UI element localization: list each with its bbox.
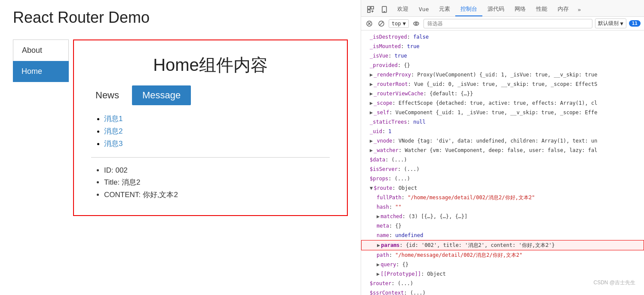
console-line: _isDestroyed: false (361, 32, 644, 42)
message-link-3[interactable]: 消息3 (104, 140, 123, 148)
tab-network[interactable]: 网络 (509, 3, 531, 16)
message-link-2[interactable]: 消息2 (104, 127, 123, 135)
context-dropdown[interactable]: top ▼ (389, 19, 409, 28)
console-line: $ssrContext: (...) (361, 288, 644, 295)
detail-content: CONTENT: 你好,文本2 (104, 190, 330, 200)
tab-vue[interactable]: Vue (414, 3, 434, 16)
console-line: _provided: {} (361, 61, 644, 70)
tab-console[interactable]: 控制台 (455, 3, 482, 16)
content-box: Home组件内容 News Message 消息1 消息2 消息3 ID: 00… (73, 40, 348, 216)
svg-point-13 (415, 23, 417, 24)
params-row: ▶params: {id: '002', title: '消息2', conte… (361, 240, 644, 250)
devtools-toolbar: top ▼ 默认级别 ▼ 11 (361, 17, 644, 30)
list-item: 消息3 (104, 139, 330, 149)
error-badge: 11 (629, 20, 641, 27)
console-line: ▶_watcher: Watcher {vm: VueComponent, de… (361, 146, 644, 155)
console-line: $isServer: (...) (361, 164, 644, 174)
console-line: $props: (...) (361, 174, 644, 183)
message-list: 消息1 消息2 消息3 (91, 114, 330, 149)
tab-performance[interactable]: 性能 (531, 3, 552, 16)
detail-id: ID: 002 (104, 166, 330, 175)
console-line: ▶_vnode: VNode {tag: 'div', data: undefi… (361, 136, 644, 146)
tab-more[interactable]: » (574, 4, 584, 15)
console-line: fullPath: "/home/message/detail/002/消息2/… (361, 193, 644, 202)
clear-icon[interactable] (365, 19, 374, 28)
console-line: ▶[[Prototype]]: Object (361, 269, 644, 279)
message-tab[interactable]: Message (132, 85, 191, 105)
tab-sources[interactable]: 源代码 (482, 3, 509, 16)
svg-rect-1 (371, 6, 374, 9)
devtools-tabs: 欢迎 Vue 元素 控制台 源代码 网络 性能 内存 » (361, 0, 644, 17)
tab-bar: News Message (91, 85, 330, 105)
svg-point-12 (414, 22, 419, 25)
console-line: ▼$route: Object (361, 183, 644, 193)
console-line: name: undefined (361, 231, 644, 240)
devtools-panel: 欢迎 Vue 元素 控制台 源代码 网络 性能 内存 » top ▼ 默认级别 … (361, 0, 644, 295)
ban-icon[interactable] (377, 19, 386, 28)
component-title: Home组件内容 (91, 53, 330, 77)
sidebar: About Home (13, 40, 69, 216)
message-link-1[interactable]: 消息1 (104, 115, 123, 123)
app-title: React Router Demo (13, 9, 348, 27)
console-line: ▶_scope: EffectScope {detached: true, ac… (361, 98, 644, 108)
devtools-content[interactable]: _isDestroyed: false _isMounted: true _is… (361, 30, 644, 295)
divider (91, 157, 330, 158)
list-item: 消息1 (104, 114, 330, 124)
level-label: 默认级别 (598, 20, 619, 27)
tab-elements[interactable]: 元素 (434, 3, 455, 16)
level-dropdown[interactable]: 默认级别 ▼ (595, 18, 626, 28)
main-layout: About Home Home组件内容 News Message 消息1 消息2… (13, 40, 348, 216)
console-line: meta: {} (361, 221, 644, 231)
home-link[interactable]: Home (13, 61, 69, 82)
inspect-icon[interactable] (365, 3, 377, 15)
level-arrow: ▼ (620, 21, 623, 27)
console-line: ▶_routerViewCache: {default: {…}} (361, 89, 644, 98)
filter-input[interactable] (423, 19, 592, 28)
tab-memory[interactable]: 内存 (552, 3, 574, 16)
device-icon[interactable] (378, 3, 390, 15)
dropdown-arrow: ▼ (403, 21, 406, 27)
svg-line-11 (380, 21, 383, 25)
console-line: _isMounted: true (361, 42, 644, 51)
context-label: top (392, 21, 401, 27)
left-panel: React Router Demo About Home Home组件内容 Ne… (0, 0, 361, 295)
detail-title: Title: 消息2 (104, 177, 330, 187)
console-line: path: "/home/message/detail/002/消息2/你好,文… (361, 250, 644, 260)
console-line: _uid: 1 (361, 127, 644, 136)
console-line: ▶_routerRoot: Vue {_uid: 0, _isVue: true… (361, 79, 644, 89)
console-line: $data: (...) (361, 155, 644, 164)
console-line: ▶_renderProxy: Proxy(VueComponent) {_uid… (361, 70, 644, 79)
eye-icon[interactable] (411, 19, 421, 28)
svg-rect-0 (368, 6, 370, 9)
console-line: ▶matched: (3) [{…}, {…}, {…}] (361, 212, 644, 221)
list-item: 消息2 (104, 126, 330, 136)
console-line: _isVue: true (361, 51, 644, 61)
news-tab[interactable]: News (91, 88, 123, 103)
about-link[interactable]: About (13, 40, 69, 61)
console-line: ▶_self: VueComponent {_uid: 1, _isVue: t… (361, 108, 644, 117)
svg-rect-2 (368, 10, 370, 12)
console-line: _staticTrees: null (361, 117, 644, 127)
console-line: ▶query: {} (361, 260, 644, 269)
detail-list: ID: 002 Title: 消息2 CONTENT: 你好,文本2 (91, 166, 330, 200)
tab-welcome[interactable]: 欢迎 (392, 3, 414, 16)
console-line: hash: "" (361, 202, 644, 212)
csdn-watermark: CSDN @吉士先生 (593, 279, 635, 286)
